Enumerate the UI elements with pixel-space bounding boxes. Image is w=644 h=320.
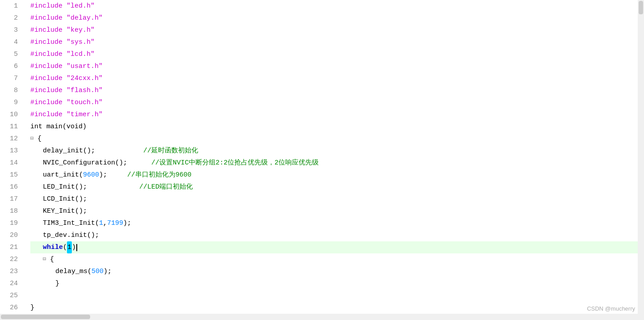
line-num-23: 23 <box>4 265 21 278</box>
watermark: CSDN @mucherry <box>587 305 635 312</box>
code-line-21: while(1) <box>30 241 644 253</box>
line-num-9: 9 <box>4 97 21 109</box>
code-line-4: #include "sys.h" <box>30 36 644 48</box>
code-line-12: ⊟{ <box>30 133 644 145</box>
kw-include-9: #include <box>30 97 62 109</box>
kw-include-8: #include <box>30 84 62 97</box>
scrollbar-horizontal[interactable] <box>0 314 638 320</box>
func-main: main <box>46 121 62 133</box>
scrollbar-vertical-thumb[interactable] <box>639 1 643 14</box>
code-line-5: #include "lcd.h" <box>30 48 644 60</box>
line-num-4: 4 <box>4 36 21 48</box>
kw-void-11: void <box>66 121 83 133</box>
line-num-16: 16 <box>4 181 21 193</box>
kw-include-4: #include <box>30 36 62 48</box>
code-line-9: #include "touch.h" <box>30 97 644 109</box>
line-num-5: 5 <box>4 48 21 60</box>
line-num-24: 24 <box>4 278 21 290</box>
comment-13: //延时函数初始化 <box>143 145 198 157</box>
code-content[interactable]: #include "led.h" #include "delay.h" #inc… <box>27 0 644 320</box>
line-num-1: 1 <box>4 0 21 12</box>
code-line-17: LCD_Init(); <box>30 193 644 205</box>
line-num-13: 13 <box>4 145 21 157</box>
comment-14: //设置NVIC中断分组2:2位抢占优先级，2位响应优先级 <box>151 157 319 169</box>
code-line-20: tp_dev.init(); <box>30 229 644 241</box>
string-10: "timer.h" <box>66 109 103 121</box>
code-line-11: int main(void) <box>30 121 644 133</box>
line-numbers: 1 2 3 4 5 6 7 8 9 10 11 12 13 14 15 16 1… <box>0 0 27 320</box>
code-line-19: TIM3_Int_Init(1,7199); <box>30 217 644 229</box>
code-line-1: #include "led.h" <box>30 0 644 12</box>
code-line-25 <box>30 290 644 302</box>
line-num-19: 19 <box>4 217 21 229</box>
kw-while-21: while <box>43 241 63 253</box>
kw-include-10: #include <box>30 109 62 121</box>
code-line-10: #include "timer.h" <box>30 109 644 121</box>
line-num-26: 26 <box>4 302 21 314</box>
code-area: 1 2 3 4 5 6 7 8 9 10 11 12 13 14 15 16 1… <box>0 0 644 320</box>
code-line-2: #include "delay.h" <box>30 12 644 24</box>
kw-include-1: #include <box>30 0 62 12</box>
line-num-14: 14 <box>4 157 21 169</box>
code-line-7: #include "24cxx.h" <box>30 72 644 84</box>
code-line-18: KEY_Init(); <box>30 205 644 217</box>
string-8: "flash.h" <box>66 84 103 97</box>
line-num-6: 6 <box>4 60 21 72</box>
string-4: "sys.h" <box>66 36 95 48</box>
code-line-6: #include "usart.h" <box>30 60 644 72</box>
line-num-11: 11 <box>4 121 21 133</box>
scrollbar-horizontal-thumb[interactable] <box>1 315 90 319</box>
line-num-15: 15 <box>4 169 21 181</box>
fold-icon-22[interactable]: ⊟ <box>43 253 49 265</box>
highlight-number-1: 1 <box>67 241 72 253</box>
code-line-3: #include "key.h" <box>30 24 644 36</box>
kw-int-11: int <box>30 121 42 133</box>
code-line-16: LED_Init(); //LED端口初始化 <box>30 181 644 193</box>
code-line-23: delay_ms(500); <box>30 265 644 278</box>
code-line-15: uart_init(9600); //串口初始化为9600 <box>30 169 644 181</box>
string-6: "usart.h" <box>66 60 103 72</box>
string-9: "touch.h" <box>66 97 103 109</box>
string-3: "key.h" <box>66 24 95 36</box>
line-num-18: 18 <box>4 205 21 217</box>
text-cursor <box>76 244 77 251</box>
fold-icon-12[interactable]: ⊟ <box>30 133 37 145</box>
line-num-17: 17 <box>4 193 21 205</box>
line-num-2: 2 <box>4 12 21 24</box>
code-line-22: ⊟{ <box>30 253 644 265</box>
line-num-21: 21 <box>4 241 21 253</box>
editor-container: 1 2 3 4 5 6 7 8 9 10 11 12 13 14 15 16 1… <box>0 0 644 320</box>
line-num-20: 20 <box>4 229 21 241</box>
string-1: "led.h" <box>66 0 95 12</box>
line-num-7: 7 <box>4 72 21 84</box>
scrollbar-vertical[interactable] <box>638 0 644 320</box>
comment-15: //串口初始化为9600 <box>127 169 191 181</box>
kw-include-7: #include <box>30 72 62 84</box>
line-num-3: 3 <box>4 24 21 36</box>
line-num-10: 10 <box>4 109 21 121</box>
comment-16: //LED端口初始化 <box>139 181 193 193</box>
code-line-13: delay_init(); //延时函数初始化 <box>30 145 644 157</box>
line-num-22: 22 <box>4 253 21 265</box>
code-line-14: NVIC_Configuration(); //设置NVIC中断分组2:2位抢占… <box>30 157 644 169</box>
line-num-25: 25 <box>4 290 21 302</box>
string-5: "lcd.h" <box>66 48 95 60</box>
kw-include-3: #include <box>30 24 62 36</box>
line-num-12: 12 <box>4 133 21 145</box>
string-7: "24cxx.h" <box>66 72 103 84</box>
line-num-8: 8 <box>4 84 21 97</box>
kw-include-6: #include <box>30 60 62 72</box>
code-line-26: } <box>30 302 644 314</box>
kw-include-5: #include <box>30 48 62 60</box>
kw-include-2: #include <box>30 12 62 24</box>
code-line-8: #include "flash.h" <box>30 84 644 97</box>
code-line-24: } <box>30 278 644 290</box>
string-2: "delay.h" <box>66 12 103 24</box>
